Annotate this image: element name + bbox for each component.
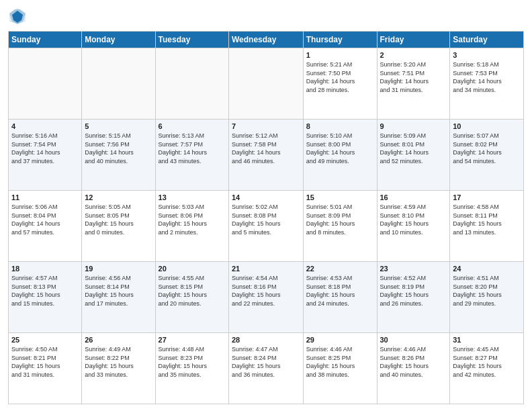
day-number: 12 [85,193,152,201]
day-info: Sunrise: 5:20 AM Sunset: 7:51 PM Dayligh… [380,60,447,94]
day-cell: 11Sunrise: 5:06 AM Sunset: 8:04 PM Dayli… [9,191,82,262]
day-info: Sunrise: 4:46 AM Sunset: 8:26 PM Dayligh… [380,345,447,379]
day-number: 8 [306,122,374,130]
day-number: 28 [232,336,300,344]
day-info: Sunrise: 5:06 AM Sunset: 8:04 PM Dayligh… [11,203,79,236]
day-number: 3 [453,51,521,59]
day-cell: 24Sunrise: 4:51 AM Sunset: 8:20 PM Dayli… [450,262,524,333]
col-header-wednesday: Wednesday [229,32,304,48]
week-row-5: 25Sunrise: 4:50 AM Sunset: 8:21 PM Dayli… [9,333,524,404]
day-info: Sunrise: 5:09 AM Sunset: 8:01 PM Dayligh… [380,132,447,165]
day-cell: 1Sunrise: 5:21 AM Sunset: 7:50 PM Daylig… [303,48,377,120]
day-info: Sunrise: 5:16 AM Sunset: 7:54 PM Dayligh… [11,132,79,165]
day-info: Sunrise: 4:53 AM Sunset: 8:18 PM Dayligh… [306,274,374,308]
day-info: Sunrise: 4:56 AM Sunset: 8:14 PM Dayligh… [85,274,152,308]
day-number: 20 [159,265,226,273]
day-info: Sunrise: 5:13 AM Sunset: 7:57 PM Dayligh… [159,132,226,165]
day-cell [229,48,304,120]
day-info: Sunrise: 5:12 AM Sunset: 7:58 PM Dayligh… [232,132,300,165]
day-info: Sunrise: 4:48 AM Sunset: 8:23 PM Dayligh… [159,345,226,379]
col-header-tuesday: Tuesday [155,32,228,48]
day-number: 29 [306,336,374,344]
day-info: Sunrise: 4:46 AM Sunset: 8:25 PM Dayligh… [306,345,374,379]
day-cell: 4Sunrise: 5:16 AM Sunset: 7:54 PM Daylig… [9,120,82,191]
day-cell: 15Sunrise: 5:01 AM Sunset: 8:09 PM Dayli… [303,191,377,262]
day-cell: 27Sunrise: 4:48 AM Sunset: 8:23 PM Dayli… [155,333,228,404]
day-info: Sunrise: 5:21 AM Sunset: 7:50 PM Dayligh… [306,60,374,94]
day-number: 2 [380,51,447,59]
day-number: 11 [11,193,79,201]
col-header-friday: Friday [377,32,450,48]
day-cell: 7Sunrise: 5:12 AM Sunset: 7:58 PM Daylig… [229,120,304,191]
day-number: 1 [306,51,374,59]
day-cell: 28Sunrise: 4:47 AM Sunset: 8:24 PM Dayli… [229,333,304,404]
day-info: Sunrise: 4:57 AM Sunset: 8:13 PM Dayligh… [11,274,79,308]
day-info: Sunrise: 4:50 AM Sunset: 8:21 PM Dayligh… [11,345,79,379]
day-info: Sunrise: 5:10 AM Sunset: 8:00 PM Dayligh… [306,132,374,165]
day-cell: 8Sunrise: 5:10 AM Sunset: 8:00 PM Daylig… [303,120,377,191]
day-cell: 6Sunrise: 5:13 AM Sunset: 7:57 PM Daylig… [155,120,228,191]
header-row: SundayMondayTuesdayWednesdayThursdayFrid… [9,32,524,48]
day-info: Sunrise: 4:51 AM Sunset: 8:20 PM Dayligh… [453,274,521,308]
logo-icon [8,7,27,26]
day-info: Sunrise: 4:49 AM Sunset: 8:22 PM Dayligh… [85,345,152,379]
col-header-monday: Monday [82,32,155,48]
logo [8,7,30,26]
col-header-sunday: Sunday [9,32,82,48]
col-header-thursday: Thursday [303,32,377,48]
day-cell: 20Sunrise: 4:55 AM Sunset: 8:15 PM Dayli… [155,262,228,333]
day-info: Sunrise: 4:55 AM Sunset: 8:15 PM Dayligh… [159,274,226,308]
day-number: 26 [85,336,152,344]
day-cell: 29Sunrise: 4:46 AM Sunset: 8:25 PM Dayli… [303,333,377,404]
col-header-saturday: Saturday [450,32,524,48]
day-number: 25 [11,336,79,344]
day-info: Sunrise: 4:58 AM Sunset: 8:11 PM Dayligh… [453,203,521,236]
day-number: 18 [11,265,79,273]
day-cell: 18Sunrise: 4:57 AM Sunset: 8:13 PM Dayli… [9,262,82,333]
day-number: 9 [380,122,447,130]
day-info: Sunrise: 5:18 AM Sunset: 7:53 PM Dayligh… [453,60,521,94]
day-number: 30 [380,336,447,344]
day-info: Sunrise: 5:15 AM Sunset: 7:56 PM Dayligh… [85,132,152,165]
day-info: Sunrise: 5:01 AM Sunset: 8:09 PM Dayligh… [306,203,374,236]
day-number: 27 [159,336,226,344]
day-cell: 19Sunrise: 4:56 AM Sunset: 8:14 PM Dayli… [82,262,155,333]
day-cell: 21Sunrise: 4:54 AM Sunset: 8:16 PM Dayli… [229,262,304,333]
day-number: 13 [159,193,226,201]
day-cell: 10Sunrise: 5:07 AM Sunset: 8:02 PM Dayli… [450,120,524,191]
day-number: 15 [306,193,374,201]
day-cell: 31Sunrise: 4:45 AM Sunset: 8:27 PM Dayli… [450,333,524,404]
day-cell: 2Sunrise: 5:20 AM Sunset: 7:51 PM Daylig… [377,48,450,120]
day-number: 22 [306,265,374,273]
day-cell [82,48,155,120]
day-number: 31 [453,336,521,344]
day-info: Sunrise: 5:03 AM Sunset: 8:06 PM Dayligh… [159,203,226,236]
day-info: Sunrise: 5:07 AM Sunset: 8:02 PM Dayligh… [453,132,521,165]
week-row-1: 1Sunrise: 5:21 AM Sunset: 7:50 PM Daylig… [9,48,524,120]
day-number: 4 [11,122,79,130]
day-info: Sunrise: 4:45 AM Sunset: 8:27 PM Dayligh… [453,345,521,379]
day-cell: 3Sunrise: 5:18 AM Sunset: 7:53 PM Daylig… [450,48,524,120]
day-cell: 17Sunrise: 4:58 AM Sunset: 8:11 PM Dayli… [450,191,524,262]
day-cell [9,48,82,120]
day-number: 21 [232,265,300,273]
day-info: Sunrise: 5:02 AM Sunset: 8:08 PM Dayligh… [232,203,300,236]
day-number: 19 [85,265,152,273]
day-info: Sunrise: 4:52 AM Sunset: 8:19 PM Dayligh… [380,274,447,308]
day-cell: 22Sunrise: 4:53 AM Sunset: 8:18 PM Dayli… [303,262,377,333]
header [8,7,524,26]
day-number: 5 [85,122,152,130]
day-cell: 26Sunrise: 4:49 AM Sunset: 8:22 PM Dayli… [82,333,155,404]
day-cell: 14Sunrise: 5:02 AM Sunset: 8:08 PM Dayli… [229,191,304,262]
day-cell: 5Sunrise: 5:15 AM Sunset: 7:56 PM Daylig… [82,120,155,191]
day-info: Sunrise: 4:59 AM Sunset: 8:10 PM Dayligh… [380,203,447,236]
page: SundayMondayTuesdayWednesdayThursdayFrid… [0,0,532,411]
day-number: 17 [453,193,521,201]
day-cell: 9Sunrise: 5:09 AM Sunset: 8:01 PM Daylig… [377,120,450,191]
day-cell: 25Sunrise: 4:50 AM Sunset: 8:21 PM Dayli… [9,333,82,404]
day-number: 23 [380,265,447,273]
day-number: 16 [380,193,447,201]
week-row-4: 18Sunrise: 4:57 AM Sunset: 8:13 PM Dayli… [9,262,524,333]
day-number: 10 [453,122,521,130]
day-number: 24 [453,265,521,273]
